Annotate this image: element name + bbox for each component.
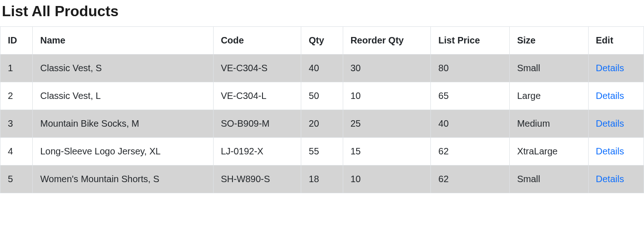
cell-size: Medium xyxy=(509,110,588,138)
cell-code: VE-C304-L xyxy=(213,82,301,110)
page-title: List All Products xyxy=(2,3,644,20)
cell-id: 4 xyxy=(0,138,33,166)
table-row: 5Women's Mountain Shorts, SSH-W890-S1810… xyxy=(0,166,644,193)
cell-code: LJ-0192-X xyxy=(213,138,301,166)
cell-list-price: 62 xyxy=(431,166,510,193)
col-header-edit: Edit xyxy=(588,27,644,55)
cell-name: Long-Sleeve Logo Jersey, XL xyxy=(33,138,213,166)
col-header-size: Size xyxy=(509,27,588,55)
cell-name: Classic Vest, L xyxy=(33,82,213,110)
cell-list-price: 80 xyxy=(431,55,510,82)
col-header-id: ID xyxy=(0,27,33,55)
cell-edit: Details xyxy=(588,166,644,193)
cell-code: VE-C304-S xyxy=(213,55,301,82)
cell-size: Large xyxy=(509,82,588,110)
cell-list-price: 65 xyxy=(431,82,510,110)
cell-edit: Details xyxy=(588,110,644,138)
table-row: 2Classic Vest, LVE-C304-L501065LargeDeta… xyxy=(0,82,644,110)
cell-qty: 55 xyxy=(301,138,343,166)
cell-id: 5 xyxy=(0,166,33,193)
cell-id: 2 xyxy=(0,82,33,110)
cell-qty: 18 xyxy=(301,166,343,193)
cell-size: XtraLarge xyxy=(509,138,588,166)
details-link[interactable]: Details xyxy=(596,146,624,156)
cell-reorder-qty: 25 xyxy=(343,110,431,138)
cell-id: 1 xyxy=(0,55,33,82)
details-link[interactable]: Details xyxy=(596,174,624,184)
products-table: ID Name Code Qty Reorder Qty List Price … xyxy=(0,26,644,193)
cell-name: Classic Vest, S xyxy=(33,55,213,82)
cell-qty: 50 xyxy=(301,82,343,110)
cell-id: 3 xyxy=(0,110,33,138)
cell-code: SO-B909-M xyxy=(213,110,301,138)
cell-qty: 40 xyxy=(301,55,343,82)
cell-size: Small xyxy=(509,55,588,82)
cell-reorder-qty: 10 xyxy=(343,166,431,193)
table-row: 4Long-Sleeve Logo Jersey, XLLJ-0192-X551… xyxy=(0,138,644,166)
cell-reorder-qty: 10 xyxy=(343,82,431,110)
cell-code: SH-W890-S xyxy=(213,166,301,193)
col-header-code: Code xyxy=(213,27,301,55)
cell-list-price: 62 xyxy=(431,138,510,166)
cell-edit: Details xyxy=(588,82,644,110)
col-header-reorder-qty: Reorder Qty xyxy=(343,27,431,55)
col-header-name: Name xyxy=(33,27,213,55)
details-link[interactable]: Details xyxy=(596,63,624,73)
col-header-list-price: List Price xyxy=(431,27,510,55)
cell-edit: Details xyxy=(588,55,644,82)
cell-qty: 20 xyxy=(301,110,343,138)
table-row: 3Mountain Bike Socks, MSO-B909-M202540Me… xyxy=(0,110,644,138)
table-header-row: ID Name Code Qty Reorder Qty List Price … xyxy=(0,27,644,55)
table-row: 1Classic Vest, SVE-C304-S403080SmallDeta… xyxy=(0,55,644,82)
details-link[interactable]: Details xyxy=(596,91,624,101)
cell-reorder-qty: 30 xyxy=(343,55,431,82)
col-header-qty: Qty xyxy=(301,27,343,55)
cell-size: Small xyxy=(509,166,588,193)
cell-name: Mountain Bike Socks, M xyxy=(33,110,213,138)
details-link[interactable]: Details xyxy=(596,118,624,129)
cell-name: Women's Mountain Shorts, S xyxy=(33,166,213,193)
cell-reorder-qty: 15 xyxy=(343,138,431,166)
cell-list-price: 40 xyxy=(431,110,510,138)
cell-edit: Details xyxy=(588,138,644,166)
